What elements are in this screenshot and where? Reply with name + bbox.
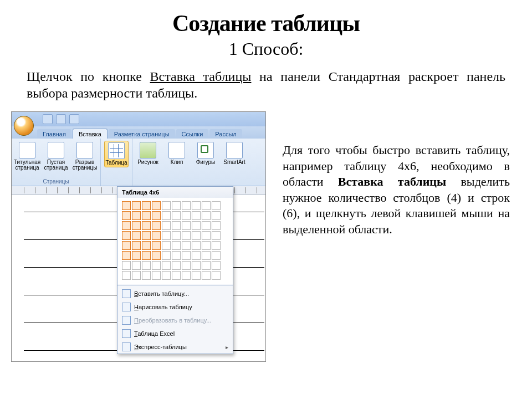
cover-page-button[interactable]: Титульная страница bbox=[15, 141, 39, 172]
grid-cell[interactable] bbox=[172, 201, 181, 210]
grid-cell[interactable] bbox=[172, 241, 181, 250]
grid-cell[interactable] bbox=[172, 211, 181, 220]
grid-cell[interactable] bbox=[142, 261, 151, 270]
dropdown-menu-item[interactable]: Нарисовать таблицу bbox=[117, 300, 233, 314]
grid-cell[interactable] bbox=[162, 241, 171, 250]
ribbon-tab[interactable]: Вставка bbox=[73, 129, 108, 139]
insert-table-button[interactable]: Таблица bbox=[104, 141, 129, 167]
grid-cell[interactable] bbox=[142, 211, 151, 220]
grid-cell[interactable] bbox=[162, 211, 171, 220]
grid-cell[interactable] bbox=[192, 261, 201, 270]
grid-cell[interactable] bbox=[182, 231, 191, 240]
grid-cell[interactable] bbox=[192, 211, 201, 220]
grid-cell[interactable] bbox=[212, 231, 221, 240]
grid-cell[interactable] bbox=[132, 251, 141, 260]
grid-cell[interactable] bbox=[172, 231, 181, 240]
qat-undo-icon[interactable] bbox=[56, 114, 66, 124]
grid-cell[interactable] bbox=[162, 271, 171, 280]
grid-cell[interactable] bbox=[192, 241, 201, 250]
grid-cell[interactable] bbox=[172, 251, 181, 260]
dropdown-menu-item[interactable]: Экспресс-таблицы▸ bbox=[117, 340, 233, 354]
ribbon-tab[interactable]: Ссылки bbox=[176, 129, 209, 139]
smartart-button[interactable]: SmartArt bbox=[222, 141, 247, 166]
grid-cell[interactable] bbox=[122, 201, 131, 210]
grid-cell[interactable] bbox=[122, 241, 131, 250]
grid-cell[interactable] bbox=[142, 231, 151, 240]
dropdown-menu-item[interactable]: Вставить таблицу... bbox=[117, 287, 233, 300]
grid-cell[interactable] bbox=[152, 221, 161, 230]
grid-cell[interactable] bbox=[212, 211, 221, 220]
qat-redo-icon[interactable] bbox=[69, 114, 79, 124]
grid-cell[interactable] bbox=[162, 201, 171, 210]
grid-cell[interactable] bbox=[162, 221, 171, 230]
grid-cell[interactable] bbox=[172, 261, 181, 270]
grid-cell[interactable] bbox=[212, 271, 221, 280]
grid-cell[interactable] bbox=[202, 211, 211, 220]
grid-cell[interactable] bbox=[202, 251, 211, 260]
ribbon-tab[interactable]: Рассыл bbox=[209, 129, 242, 139]
grid-cell[interactable] bbox=[212, 251, 221, 260]
grid-cell[interactable] bbox=[142, 271, 151, 280]
blank-page-button[interactable]: Пустая страница bbox=[44, 141, 68, 172]
grid-cell[interactable] bbox=[192, 271, 201, 280]
grid-cell[interactable] bbox=[122, 261, 131, 270]
grid-cell[interactable] bbox=[132, 201, 141, 210]
grid-cell[interactable] bbox=[132, 241, 141, 250]
page-break-button[interactable]: Разрыв страницы bbox=[73, 141, 97, 172]
grid-cell[interactable] bbox=[202, 261, 211, 270]
grid-cell[interactable] bbox=[202, 201, 211, 210]
shapes-button[interactable]: Фигуры bbox=[193, 141, 218, 166]
grid-cell[interactable] bbox=[132, 221, 141, 230]
qat-save-icon[interactable] bbox=[43, 114, 53, 124]
grid-cell[interactable] bbox=[202, 221, 211, 230]
office-button[interactable] bbox=[14, 116, 34, 136]
grid-cell[interactable] bbox=[132, 271, 141, 280]
grid-cell[interactable] bbox=[142, 221, 151, 230]
grid-cell[interactable] bbox=[132, 211, 141, 220]
grid-cell[interactable] bbox=[182, 211, 191, 220]
grid-cell[interactable] bbox=[182, 201, 191, 210]
grid-cell[interactable] bbox=[192, 231, 201, 240]
grid-cell[interactable] bbox=[132, 231, 141, 240]
grid-cell[interactable] bbox=[162, 251, 171, 260]
grid-cell[interactable] bbox=[172, 271, 181, 280]
grid-cell[interactable] bbox=[182, 251, 191, 260]
grid-cell[interactable] bbox=[152, 231, 161, 240]
grid-cell[interactable] bbox=[152, 211, 161, 220]
grid-cell[interactable] bbox=[172, 221, 181, 230]
grid-cell[interactable] bbox=[132, 261, 141, 270]
grid-cell[interactable] bbox=[192, 251, 201, 260]
grid-cell[interactable] bbox=[122, 231, 131, 240]
grid-cell[interactable] bbox=[122, 271, 131, 280]
grid-cell[interactable] bbox=[142, 201, 151, 210]
grid-cell[interactable] bbox=[182, 241, 191, 250]
grid-cell[interactable] bbox=[212, 241, 221, 250]
grid-cell[interactable] bbox=[162, 231, 171, 240]
ribbon-tab[interactable]: Главная bbox=[37, 129, 71, 139]
grid-cell[interactable] bbox=[152, 241, 161, 250]
grid-cell[interactable] bbox=[162, 261, 171, 270]
grid-cell[interactable] bbox=[182, 261, 191, 270]
grid-cell[interactable] bbox=[152, 271, 161, 280]
grid-cell[interactable] bbox=[192, 201, 201, 210]
grid-cell[interactable] bbox=[142, 251, 151, 260]
grid-cell[interactable] bbox=[192, 221, 201, 230]
grid-cell[interactable] bbox=[202, 241, 211, 250]
grid-cell[interactable] bbox=[122, 211, 131, 220]
grid-cell[interactable] bbox=[152, 201, 161, 210]
clip-button[interactable]: Клип bbox=[165, 141, 189, 166]
grid-cell[interactable] bbox=[202, 231, 211, 240]
grid-cell[interactable] bbox=[142, 241, 151, 250]
grid-cell[interactable] bbox=[212, 261, 221, 270]
grid-cell[interactable] bbox=[212, 221, 221, 230]
picture-button[interactable]: Рисунок bbox=[136, 141, 160, 166]
grid-cell[interactable] bbox=[182, 221, 191, 230]
grid-cell[interactable] bbox=[152, 261, 161, 270]
grid-cell[interactable] bbox=[182, 271, 191, 280]
grid-cell[interactable] bbox=[152, 251, 161, 260]
grid-cell[interactable] bbox=[122, 251, 131, 260]
grid-cell[interactable] bbox=[202, 271, 211, 280]
dropdown-menu-item[interactable]: Таблица Excel bbox=[117, 327, 233, 340]
grid-cell[interactable] bbox=[212, 201, 221, 210]
grid-cell[interactable] bbox=[122, 221, 131, 230]
